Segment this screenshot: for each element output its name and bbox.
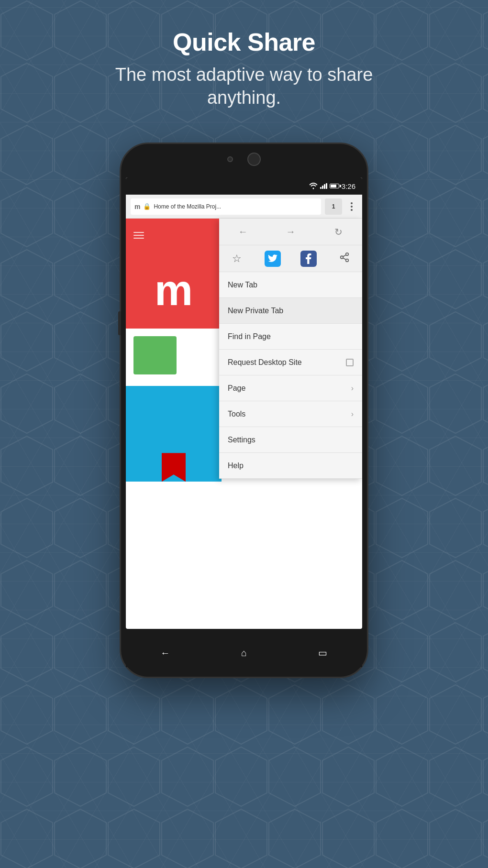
request-desktop-site-item[interactable]: Request Desktop Site bbox=[219, 350, 362, 375]
tools-label: Tools bbox=[228, 410, 245, 418]
tools-item[interactable]: Tools › bbox=[219, 401, 362, 427]
back-button[interactable]: ← bbox=[233, 222, 253, 242]
find-in-page-item[interactable]: Find in Page bbox=[219, 324, 362, 350]
phone-speaker bbox=[247, 153, 261, 166]
tools-chevron-icon: › bbox=[351, 410, 354, 418]
twitter-share-button[interactable] bbox=[263, 249, 282, 268]
svg-point-1 bbox=[340, 256, 343, 259]
status-time: 3:26 bbox=[342, 182, 355, 190]
ssl-lock-icon: 🔒 bbox=[143, 203, 151, 210]
url-m-label: m bbox=[134, 203, 140, 210]
phone-screen: 3:26 m 🔒 Home of the Mozilla Proj... 1 bbox=[126, 177, 362, 629]
new-private-tab-item[interactable]: New Private Tab bbox=[219, 298, 362, 324]
hamburger-icon bbox=[133, 232, 144, 239]
nav-actions-row: ← → ↻ bbox=[219, 219, 362, 245]
android-home-button[interactable]: ⌂ bbox=[232, 643, 256, 662]
bookmark-button[interactable]: ☆ bbox=[227, 249, 246, 268]
android-recent-icon: ▭ bbox=[318, 647, 327, 659]
page-subtitle: The most adaptive way to share anything. bbox=[77, 64, 411, 109]
phone-body: 3:26 m 🔒 Home of the Mozilla Proj... 1 bbox=[120, 143, 368, 678]
android-home-icon: ⌂ bbox=[241, 648, 247, 659]
front-camera bbox=[227, 156, 233, 162]
volume-button bbox=[118, 311, 121, 335]
reload-button[interactable]: ↻ bbox=[329, 222, 348, 242]
browser-toolbar: m 🔒 Home of the Mozilla Proj... 1 bbox=[126, 195, 362, 219]
svg-line-3 bbox=[343, 258, 345, 260]
page-label: Page bbox=[228, 384, 245, 393]
url-text: Home of the Mozilla Proj... bbox=[154, 203, 221, 210]
svg-point-2 bbox=[345, 259, 348, 262]
status-icons: 3:26 bbox=[309, 182, 355, 190]
forward-button[interactable]: → bbox=[281, 222, 300, 242]
wifi-icon bbox=[309, 183, 318, 189]
request-desktop-site-label: Request Desktop Site bbox=[228, 358, 302, 367]
signal-icon bbox=[320, 183, 327, 189]
back-arrow-icon: ← bbox=[238, 226, 248, 237]
page-content-behind: m bbox=[126, 219, 222, 629]
three-dots-icon bbox=[351, 202, 353, 211]
page-blue-content bbox=[126, 386, 222, 482]
twitter-icon bbox=[265, 251, 281, 267]
page-item[interactable]: Page › bbox=[219, 375, 362, 401]
tab-count: 1 bbox=[332, 203, 335, 210]
dropdown-menu: ← → ↻ ☆ bbox=[219, 219, 362, 479]
svg-line-4 bbox=[343, 255, 345, 257]
header-section: Quick Share The most adaptive way to sha… bbox=[0, 0, 488, 128]
forward-arrow-icon: → bbox=[286, 226, 295, 237]
share-icon bbox=[339, 252, 350, 265]
phone-mockup: 3:26 m 🔒 Home of the Mozilla Proj... 1 bbox=[0, 143, 488, 678]
generic-share-button[interactable] bbox=[335, 249, 354, 268]
page-title: Quick Share bbox=[0, 29, 488, 56]
red-header-bar bbox=[126, 219, 222, 252]
battery-icon bbox=[330, 184, 339, 188]
tab-switcher-button[interactable]: 1 bbox=[325, 198, 342, 215]
status-bar: 3:26 bbox=[126, 177, 362, 195]
help-label: Help bbox=[228, 461, 244, 470]
page-white-content bbox=[126, 329, 222, 386]
overflow-menu-button[interactable] bbox=[346, 198, 357, 215]
share-actions-row: ☆ bbox=[219, 245, 362, 272]
star-icon: ☆ bbox=[232, 253, 242, 265]
facebook-share-button[interactable] bbox=[299, 249, 318, 268]
page-green-element bbox=[133, 336, 177, 374]
mozilla-logo-area: m bbox=[126, 252, 222, 329]
reload-icon: ↻ bbox=[334, 226, 343, 238]
bookmark-icon bbox=[162, 453, 186, 482]
url-bar[interactable]: m 🔒 Home of the Mozilla Proj... bbox=[131, 198, 321, 215]
mozilla-m-logo: m bbox=[155, 269, 193, 312]
facebook-icon bbox=[300, 251, 317, 267]
android-nav-bar: ← ⌂ ▭ bbox=[126, 638, 362, 667]
find-in-page-label: Find in Page bbox=[228, 332, 271, 341]
svg-point-0 bbox=[345, 253, 348, 256]
android-back-button[interactable]: ← bbox=[153, 643, 177, 662]
new-tab-label: New Tab bbox=[228, 281, 257, 289]
settings-item[interactable]: Settings bbox=[219, 427, 362, 453]
new-private-tab-label: New Private Tab bbox=[228, 307, 283, 315]
android-back-icon: ← bbox=[160, 648, 170, 659]
new-tab-item[interactable]: New Tab bbox=[219, 272, 362, 298]
phone-top-area bbox=[121, 153, 367, 166]
page-chevron-icon: › bbox=[351, 384, 354, 393]
android-recent-button[interactable]: ▭ bbox=[311, 643, 335, 662]
settings-label: Settings bbox=[228, 436, 255, 444]
request-desktop-checkbox[interactable] bbox=[346, 359, 354, 366]
help-item[interactable]: Help bbox=[219, 453, 362, 479]
